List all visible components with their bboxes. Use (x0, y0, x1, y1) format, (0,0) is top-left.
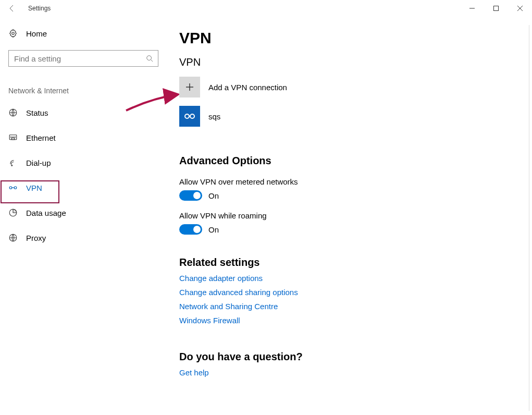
allow-vpn-roaming-toggle[interactable] (179, 224, 202, 235)
sidebar-item-vpn[interactable]: VPN (8, 175, 167, 200)
back-button[interactable] (0, 0, 25, 17)
sidebar-item-dialup[interactable]: Dial-up (8, 150, 167, 175)
question-title: Do you have a question? (179, 351, 525, 363)
close-button[interactable] (508, 0, 532, 17)
vpn-tile-icon (179, 106, 200, 127)
svg-rect-9 (11, 138, 15, 140)
link-get-help[interactable]: Get help (179, 368, 209, 377)
home-nav[interactable]: Home (8, 21, 167, 46)
sidebar-item-ethernet[interactable]: Ethernet (8, 125, 167, 150)
sidebar-item-proxy[interactable]: Proxy (8, 225, 167, 250)
sidebar-group-label: Network & Internet (8, 87, 167, 95)
sidebar-item-label: Dial-up (26, 158, 51, 167)
titlebar: Settings (0, 0, 532, 17)
svg-point-23 (190, 114, 194, 118)
related-settings-title: Related settings (179, 257, 525, 268)
search-box[interactable] (8, 50, 158, 67)
plus-icon (179, 77, 200, 97)
maximize-button[interactable] (484, 0, 508, 17)
add-vpn-connection[interactable]: Add a VPN connection (179, 77, 525, 97)
svg-line-6 (151, 60, 153, 62)
link-windows-firewall[interactable]: Windows Firewall (179, 316, 240, 325)
search-icon (141, 50, 158, 67)
sidebar-item-label: VPN (26, 184, 42, 192)
advanced-options-title: Advanced Options (179, 155, 525, 167)
proxy-icon (8, 233, 26, 243)
svg-point-22 (185, 114, 189, 118)
main-content: VPN VPN Add a VPN connection sqs Advance… (179, 21, 532, 415)
vpn-icon (8, 182, 26, 193)
sidebar-item-label: Status (26, 108, 48, 117)
vpn-connection-item[interactable]: sqs (179, 106, 525, 127)
sidebar-item-label: Ethernet (26, 133, 56, 142)
link-advanced-sharing[interactable]: Change advanced sharing options (179, 288, 298, 297)
link-network-sharing-centre[interactable]: Network and Sharing Centre (179, 302, 278, 311)
svg-point-15 (11, 165, 13, 166)
svg-point-16 (9, 187, 12, 189)
toggle-state-label: On (208, 191, 219, 200)
sidebar-item-label: Proxy (26, 234, 46, 242)
allow-vpn-roaming-label: Allow VPN while roaming (179, 211, 525, 220)
sidebar-item-status[interactable]: Status (8, 100, 167, 125)
dialup-icon (8, 157, 26, 168)
vpn-connection-name: sqs (208, 112, 220, 121)
home-label: Home (26, 29, 47, 38)
svg-rect-1 (494, 6, 499, 11)
status-icon (8, 107, 26, 118)
page-title: VPN (179, 29, 525, 47)
minimize-button[interactable] (460, 0, 484, 17)
vpn-section-title: VPN (179, 56, 525, 68)
svg-point-4 (12, 32, 15, 35)
svg-point-17 (14, 187, 17, 189)
scrollbar-track[interactable] (529, 25, 529, 411)
svg-point-5 (147, 56, 152, 60)
add-vpn-label: Add a VPN connection (208, 83, 287, 92)
link-change-adapter[interactable]: Change adapter options (179, 274, 263, 283)
ethernet-icon (8, 132, 26, 143)
sidebar-item-datausage[interactable]: Data usage (8, 200, 167, 225)
toggle-state-label: On (208, 225, 219, 234)
sidebar: Home Network & Internet Status (0, 21, 167, 250)
gear-icon (8, 28, 26, 39)
allow-vpn-metered-label: Allow VPN over metered networks (179, 177, 525, 186)
allow-vpn-metered-toggle[interactable] (179, 190, 202, 201)
search-input[interactable] (9, 54, 141, 63)
sidebar-item-label: Data usage (26, 209, 66, 217)
window-title: Settings (25, 5, 51, 12)
data-usage-icon (8, 207, 26, 218)
